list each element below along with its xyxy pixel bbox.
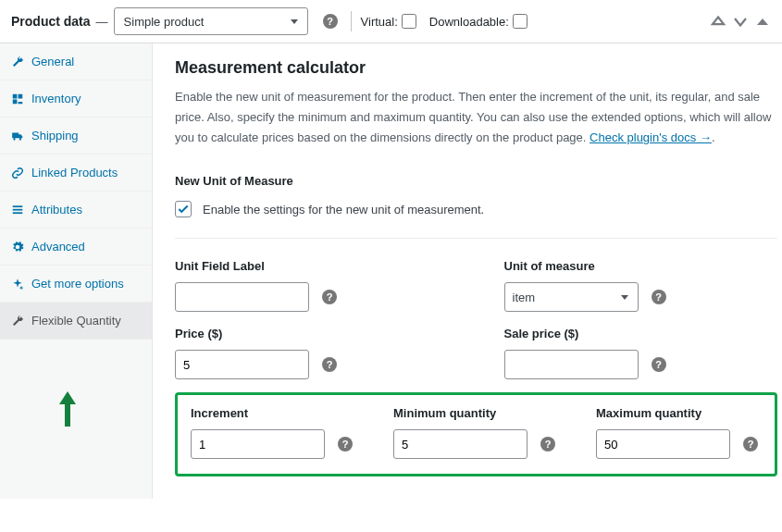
help-icon[interactable]: ? — [323, 14, 338, 29]
field-min-qty: Minimum quantity ? — [393, 406, 559, 459]
help-icon[interactable]: ? — [322, 290, 337, 304]
min-qty-input[interactable] — [393, 429, 528, 459]
virtual-label: Virtual: — [361, 15, 398, 29]
tab-label: Shipping — [31, 129, 79, 142]
field-label: Price ($) — [175, 327, 449, 340]
field-label: Sale price ($) — [504, 327, 778, 340]
field-unit-of-measure: Unit of measure item ? — [504, 259, 778, 312]
inventory-icon — [11, 93, 24, 105]
tab-general[interactable]: General — [0, 43, 152, 80]
truck-icon — [11, 130, 24, 142]
collapse-icon[interactable] — [754, 13, 771, 30]
title-dash: — — [96, 15, 108, 29]
max-qty-input[interactable] — [596, 429, 730, 459]
field-label: Minimum quantity — [393, 406, 559, 420]
downloadable-label: Downloadable: — [429, 15, 509, 29]
main-layout: General Inventory Shipping Linked Produc… — [0, 43, 782, 499]
field-label: Increment — [191, 406, 356, 420]
product-type-select[interactable]: Simple product — [114, 7, 308, 35]
tab-advanced[interactable]: Advanced — [0, 229, 152, 266]
tab-attributes[interactable]: Attributes — [0, 192, 152, 229]
highlighted-fields: Increment ? Minimum quantity ? Maximum q… — [175, 392, 777, 476]
help-icon[interactable]: ? — [322, 357, 337, 372]
increment-input[interactable] — [191, 429, 325, 459]
wrench-icon — [11, 315, 24, 328]
tab-label: General — [31, 55, 74, 68]
form-grid-top: Unit Field Label ? Unit of measure item … — [175, 259, 777, 379]
content-description: Enable the new unit of measurement for t… — [175, 87, 777, 148]
list-icon — [11, 204, 24, 217]
tab-linked-products[interactable]: Linked Products — [0, 155, 152, 192]
help-icon[interactable]: ? — [652, 357, 666, 372]
enable-checkbox[interactable] — [175, 201, 192, 217]
section-label-new-unit: New Unit of Measure — [175, 174, 777, 188]
enable-label: Enable the settings for the new unit of … — [203, 203, 484, 217]
svg-rect-1 — [13, 208, 23, 210]
enable-row: Enable the settings for the new unit of … — [175, 201, 777, 239]
downloadable-checkbox[interactable] — [513, 14, 528, 29]
tab-label: Advanced — [31, 240, 85, 254]
price-input[interactable] — [175, 350, 309, 379]
tab-label: Inventory — [31, 92, 81, 105]
panel-title: Product data — [11, 14, 91, 29]
tab-label: Get more options — [31, 277, 124, 291]
field-label: Unit of measure — [504, 259, 778, 273]
description-after: . — [712, 130, 715, 144]
tab-label: Linked Products — [31, 166, 118, 179]
sale-price-input[interactable] — [504, 350, 639, 379]
field-label: Maximum quantity — [596, 406, 762, 420]
tab-content: Measurement calculator Enable the new un… — [153, 43, 782, 499]
content-heading: Measurement calculator — [175, 58, 777, 78]
field-price: Price ($) ? — [175, 327, 449, 379]
tab-shipping[interactable]: Shipping — [0, 118, 152, 155]
virtual-option[interactable]: Virtual: — [361, 14, 416, 29]
product-data-header: Product data — Simple product ? Virtual:… — [0, 0, 782, 43]
virtual-checkbox[interactable] — [402, 14, 416, 29]
svg-rect-2 — [13, 212, 23, 214]
help-icon[interactable]: ? — [743, 437, 758, 452]
tab-flexible-quantity[interactable]: Flexible Quantity — [0, 303, 152, 340]
field-increment: Increment ? — [191, 406, 356, 459]
product-type-value: Simple product — [124, 15, 205, 29]
tab-get-more-options[interactable]: Get more options — [0, 266, 152, 303]
tab-label: Attributes — [31, 203, 82, 217]
help-icon[interactable]: ? — [338, 437, 353, 452]
unit-field-label-input[interactable] — [175, 282, 309, 312]
help-icon[interactable]: ? — [652, 290, 666, 304]
header-controls — [710, 13, 771, 30]
tab-label: Flexible Quantity — [31, 314, 121, 328]
help-icon[interactable]: ? — [540, 437, 555, 452]
tab-inventory[interactable]: Inventory — [0, 80, 152, 118]
field-unit-field-label: Unit Field Label ? — [175, 259, 449, 312]
gear-icon — [11, 241, 24, 254]
field-max-qty: Maximum quantity ? — [596, 406, 762, 459]
divider — [351, 11, 352, 31]
field-label: Unit Field Label — [175, 259, 449, 273]
select-value: item — [513, 291, 536, 304]
move-down-icon[interactable] — [732, 13, 749, 30]
product-data-tabs: General Inventory Shipping Linked Produc… — [0, 43, 153, 499]
downloadable-option[interactable]: Downloadable: — [429, 14, 528, 29]
link-icon — [11, 167, 24, 179]
docs-link[interactable]: Check plugin's docs → — [590, 130, 712, 144]
svg-rect-0 — [13, 205, 23, 207]
field-sale-price: Sale price ($) ? — [504, 327, 778, 379]
unit-of-measure-select[interactable]: item — [504, 282, 639, 312]
move-up-icon[interactable] — [710, 13, 726, 30]
sparkle-icon — [11, 278, 24, 291]
wrench-icon — [11, 56, 24, 68]
